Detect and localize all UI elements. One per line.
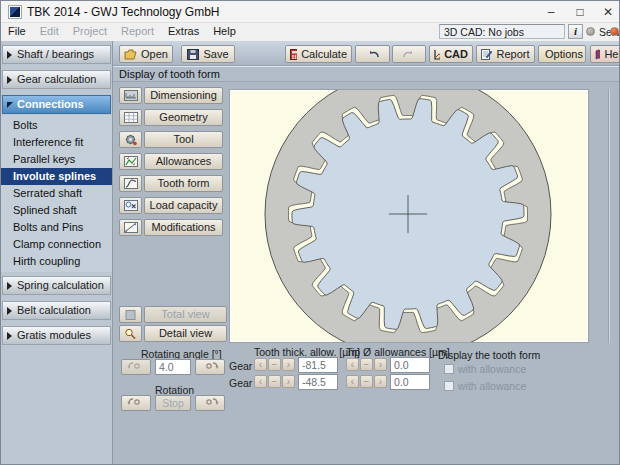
display-tooth-form-label: Display the tooth form [438, 349, 540, 361]
save-floppy-icon [187, 49, 199, 60]
report-button[interactable]: Report [476, 45, 535, 63]
magnifier-icon [124, 328, 137, 339]
gear1-thick-input[interactable] [298, 357, 338, 373]
sidebar-item-involute-splines[interactable]: Involute splines [1, 168, 112, 185]
calculator-icon [290, 49, 297, 60]
sidebar-item-bolts-and-pins[interactable]: Bolts and Pins [1, 219, 112, 236]
tooth-form-canvas[interactable] [229, 89, 589, 343]
tooth-form-button[interactable]: Tooth form [144, 175, 223, 192]
rotation-ccw-button[interactable] [121, 395, 151, 411]
cad-icon [434, 49, 440, 60]
gear2-tip-decrease-button[interactable]: ‹ [346, 375, 359, 388]
sidebar-item-hirth-coupling[interactable]: Hirth coupling [1, 253, 112, 270]
rotate-ccw-step-button [121, 359, 151, 375]
load-capacity-icon [124, 200, 138, 211]
chevron-right-icon [7, 332, 12, 340]
total-view-icon-button [119, 306, 142, 323]
gear2-thick-input[interactable] [298, 374, 338, 390]
sidebar-item-bolts[interactable]: Bolts [1, 117, 112, 134]
gear1-thick-zero-button[interactable]: − [268, 358, 281, 371]
gear2-tip-zero-button[interactable]: − [360, 375, 373, 388]
page-title: Display of tooth form [113, 66, 620, 82]
sidebar-item-interference-fit[interactable]: Interference fit [1, 134, 112, 151]
dimensioning-icon-button[interactable] [119, 87, 142, 104]
chevron-right-icon [7, 282, 12, 290]
load-capacity-button[interactable]: Load capacity [144, 197, 223, 214]
geometry-button[interactable]: Geometry [144, 109, 223, 126]
menu-project: Project [66, 23, 114, 41]
sidebar-section-gear-calculation[interactable]: Gear calculation [2, 70, 111, 89]
gear2-thick-decrease-button[interactable]: ‹ [254, 375, 267, 388]
rotation-stop-button: Stop [155, 395, 191, 411]
tool-icon-button[interactable] [119, 131, 142, 148]
help-book-icon [595, 49, 600, 60]
allowances-icon-button[interactable] [119, 153, 142, 170]
rotation-cw-button[interactable] [195, 395, 225, 411]
sidebar-section-gratis-modules[interactable]: Gratis modules [2, 326, 111, 345]
gear2-tip-input[interactable] [390, 374, 430, 390]
help-button[interactable]: Help [590, 45, 620, 63]
sidebar-item-serrated-shaft[interactable]: Serrated shaft [1, 185, 112, 202]
rotate-cw-step-button[interactable] [195, 359, 225, 375]
modifications-icon-button[interactable] [119, 219, 142, 236]
options-button[interactable]: Options [538, 45, 586, 63]
sidebar-section-shaft-bearings[interactable]: Shaft / bearings [2, 45, 111, 64]
dimensioning-icon [124, 90, 138, 101]
main-area: Dimensioning Geometry Tool Allowances To… [113, 82, 620, 465]
sidebar-item-parallel-keys[interactable]: Parallel keys [1, 151, 112, 168]
with-allowance-label-2: with allowance [458, 380, 526, 392]
gear2-thick-zero-button[interactable]: − [268, 375, 281, 388]
sidebar-section-connections[interactable]: Connections [2, 95, 111, 114]
menu-file[interactable]: File [1, 23, 33, 41]
title-bar: TBK 2014 - GWJ Technology GmbH – □ ✕ [1, 1, 620, 23]
gear1-tip-increase-button[interactable]: › [374, 358, 387, 371]
app-icon [8, 5, 22, 19]
with-allowance-label-1: with allowance [458, 363, 526, 375]
menu-extras[interactable]: Extras [161, 23, 206, 41]
save-button[interactable]: Save [181, 45, 235, 63]
tool-button[interactable]: Tool [144, 131, 223, 148]
right-divider [608, 89, 610, 343]
total-view-button: Total view [144, 306, 227, 323]
detail-view-button[interactable]: Detail view [144, 325, 227, 342]
redo-button [392, 45, 426, 63]
gear1-tip-zero-button[interactable]: − [360, 358, 373, 371]
detail-view-icon-button[interactable] [119, 325, 142, 342]
dimensioning-button[interactable]: Dimensioning [144, 87, 223, 104]
close-button[interactable]: ✕ [594, 1, 620, 23]
chevron-right-icon [7, 76, 12, 84]
geometry-icon-button[interactable] [119, 109, 142, 126]
tooth-form-icon-button[interactable] [119, 175, 142, 192]
maximize-button[interactable]: □ [566, 1, 594, 23]
gear2-thick-increase-button[interactable]: › [282, 375, 295, 388]
with-allowance-checkbox-1 [444, 364, 454, 374]
open-button[interactable]: Open [119, 45, 173, 63]
gear1-tip-input[interactable] [390, 357, 430, 373]
gear1-thick-increase-button[interactable]: › [282, 358, 295, 371]
cad-button[interactable]: CAD [429, 45, 473, 63]
info-button[interactable]: i [568, 24, 583, 39]
rotating-angle-input[interactable] [155, 359, 191, 375]
connections-items: Bolts Interference fit Parallel keys Inv… [1, 115, 112, 272]
gear1-thick-decrease-button[interactable]: ‹ [254, 358, 267, 371]
rotate-cw-icon [196, 396, 224, 408]
sidebar-section-belt-calculation[interactable]: Belt calculation [2, 301, 111, 320]
undo-icon [366, 49, 380, 59]
calculate-button[interactable]: Calculate [285, 45, 352, 63]
undo-button[interactable] [355, 45, 390, 63]
load-capacity-icon-button[interactable] [119, 197, 142, 214]
gear1-tip-decrease-button[interactable]: ‹ [346, 358, 359, 371]
gear2-tip-increase-button[interactable]: › [374, 375, 387, 388]
minimize-button[interactable]: – [537, 1, 565, 23]
sidebar-item-clamp-connection[interactable]: Clamp connection [1, 236, 112, 253]
sidebar: Shaft / bearings Gear calculation Connec… [1, 41, 113, 465]
sidebar-item-splined-shaft[interactable]: Splined shaft [1, 202, 112, 219]
sidebar-section-spring-calculation[interactable]: Spring calculation [2, 276, 111, 295]
menu-edit: Edit [33, 23, 66, 41]
modifications-button[interactable]: Modifications [144, 219, 223, 236]
total-view-icon [125, 310, 137, 320]
allowances-button[interactable]: Allowances [144, 153, 223, 170]
redo-icon [402, 49, 416, 59]
cad-job-status: 3D CAD: No jobs [439, 24, 565, 39]
menu-help[interactable]: Help [206, 23, 243, 41]
